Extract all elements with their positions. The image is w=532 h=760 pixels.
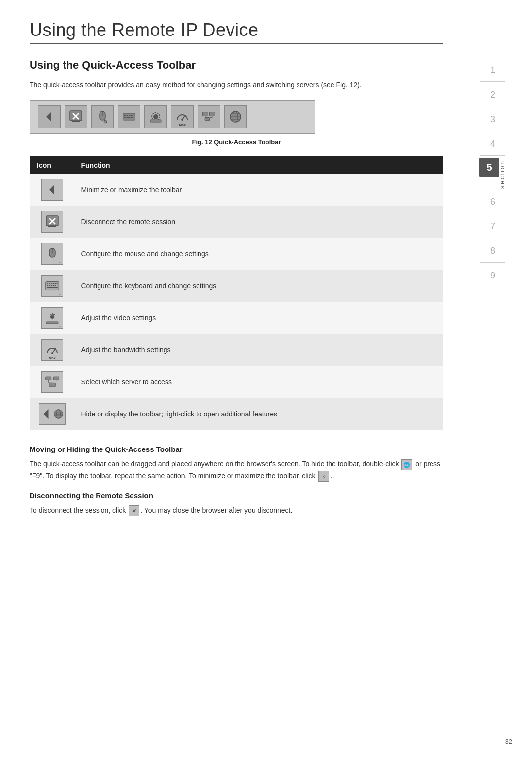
svg-marker-33	[49, 185, 54, 195]
icon-cell-globe	[30, 398, 74, 430]
table-header-icon: Icon	[30, 156, 74, 174]
svg-rect-45	[54, 283, 55, 284]
sidebar-num-9: 9	[480, 265, 505, 287]
subsection-text-moving: The quick-access toolbar can be dragged …	[30, 458, 443, 482]
table-row: Disconnect the remote session	[30, 206, 443, 238]
svg-rect-18	[150, 120, 161, 122]
subsection-title-moving: Moving or Hiding the Quick-Access Toolba…	[30, 445, 443, 453]
toolbar-icon-video	[144, 105, 167, 128]
sidebar-num-4: 4	[480, 133, 505, 156]
svg-point-7	[104, 120, 107, 123]
svg-rect-58	[53, 377, 59, 380]
function-text-minimize: Minimize or maximize the toolbar	[74, 174, 443, 206]
icon-keyboard: ⌄	[41, 275, 63, 297]
subsection-title-disconnect: Disconnecting the Remote Session	[30, 491, 443, 500]
table-row: ⌄ Adjust the video settings	[30, 302, 443, 334]
svg-rect-43	[51, 283, 52, 284]
icon-mouse: ⌄	[41, 243, 63, 265]
sidebar-num-7: 7	[480, 215, 505, 238]
svg-rect-13	[124, 117, 126, 118]
table-row: ⌄ Configure the mouse and change setting…	[30, 238, 443, 270]
svg-rect-57	[46, 377, 51, 380]
svg-marker-63	[43, 409, 48, 419]
svg-rect-44	[53, 283, 54, 284]
icon-cell-bandwidth: Max	[30, 334, 74, 366]
inline-icon-chevron: ‹	[318, 471, 329, 482]
toolbar-icon-server	[198, 105, 220, 128]
sidebar-num-5-active: 5	[479, 158, 499, 177]
icon-cell-disconnect	[30, 206, 74, 238]
figure-caption: Fig. 12 Quick-Access Toolbar	[30, 138, 443, 146]
svg-rect-23	[205, 118, 209, 121]
icon-cell-minimize	[30, 174, 74, 206]
icon-cell-video: ⌄	[30, 302, 74, 334]
svg-rect-48	[49, 285, 50, 286]
toolbar-image: Max	[30, 100, 315, 134]
svg-rect-46	[56, 283, 57, 284]
svg-rect-49	[51, 285, 52, 286]
toolbar-icon-bandwidth: Max	[171, 105, 194, 128]
svg-rect-37	[48, 226, 56, 227]
page-header-title: Using the Remote IP Device	[30, 20, 443, 40]
sidebar-num-8: 8	[480, 240, 505, 263]
table-row: Max Adjust the bandwidth settings	[30, 334, 443, 366]
sidebar-num-1: 1	[480, 59, 505, 82]
svg-rect-15	[131, 117, 133, 118]
icon-disconnect	[41, 211, 63, 233]
header-divider	[30, 43, 443, 44]
icon-globe	[39, 403, 66, 425]
svg-rect-10	[127, 115, 128, 116]
svg-rect-42	[49, 283, 50, 284]
function-text-globe: Hide or display the toolbar; right-click…	[74, 398, 443, 430]
svg-rect-51	[54, 285, 55, 286]
icon-cell-mouse: ⌄	[30, 238, 74, 270]
toolbar-icon-keyboard	[118, 105, 140, 128]
svg-rect-52	[47, 287, 58, 288]
svg-rect-54	[46, 322, 58, 324]
svg-rect-12	[131, 115, 133, 116]
svg-rect-41	[47, 283, 48, 284]
icon-video: ⌄	[41, 307, 63, 329]
svg-rect-4	[72, 121, 80, 122]
sidebar-num-3: 3	[480, 108, 505, 131]
icon-cell-keyboard: ⌄	[30, 270, 74, 302]
svg-rect-11	[129, 115, 130, 116]
inline-icon-disconnect: ✕	[129, 505, 139, 516]
svg-marker-0	[46, 112, 51, 122]
table-row: Select which server to access	[30, 366, 443, 398]
svg-rect-22	[210, 112, 215, 116]
toolbar-icon-globe	[224, 105, 247, 128]
sidebar-num-6: 6	[480, 191, 505, 213]
icon-cell-server	[30, 366, 74, 398]
function-text-server: Select which server to access	[74, 366, 443, 398]
svg-point-16	[153, 114, 158, 119]
icon-minimize	[41, 179, 63, 201]
subsection-text-disconnect: To disconnect the session, click ✕. You …	[30, 505, 443, 516]
sidebar-num-2: 2	[480, 84, 505, 106]
toolbar-icon-chevron	[38, 105, 61, 128]
svg-rect-47	[47, 285, 48, 286]
table-row: Minimize or maximize the toolbar	[30, 174, 443, 206]
toolbar-icon-disconnect	[65, 105, 87, 128]
page-number: 32	[505, 738, 512, 745]
svg-rect-14	[127, 117, 131, 118]
sidebar-numbers: 1 2 3 4 5 section 6 7 8	[479, 59, 506, 289]
icon-server	[41, 371, 63, 393]
sidebar: 1 2 3 4 5 section 6 7 8	[473, 0, 512, 760]
svg-rect-50	[53, 285, 54, 286]
icon-bandwidth: Max	[41, 339, 63, 361]
function-text-keyboard: Configure the keyboard and change settin…	[74, 270, 443, 302]
svg-point-56	[51, 352, 53, 354]
table-header-function: Function	[74, 156, 443, 174]
svg-rect-21	[203, 112, 208, 116]
inline-icon-globe: 🌐	[401, 459, 412, 470]
svg-point-20	[181, 119, 183, 121]
table-row: Hide or display the toolbar; right-click…	[30, 398, 443, 430]
function-text-bandwidth: Adjust the bandwidth settings	[74, 334, 443, 366]
section-title: Using the Quick-Access Toolbar	[30, 59, 443, 71]
table-row: ⌄ Configure the keyboard and change sett…	[30, 270, 443, 302]
function-text-video: Adjust the video settings	[74, 302, 443, 334]
toolbar-icon-mouse	[91, 105, 114, 128]
function-text-mouse: Configure the mouse and change settings	[74, 238, 443, 270]
svg-rect-9	[124, 115, 126, 116]
